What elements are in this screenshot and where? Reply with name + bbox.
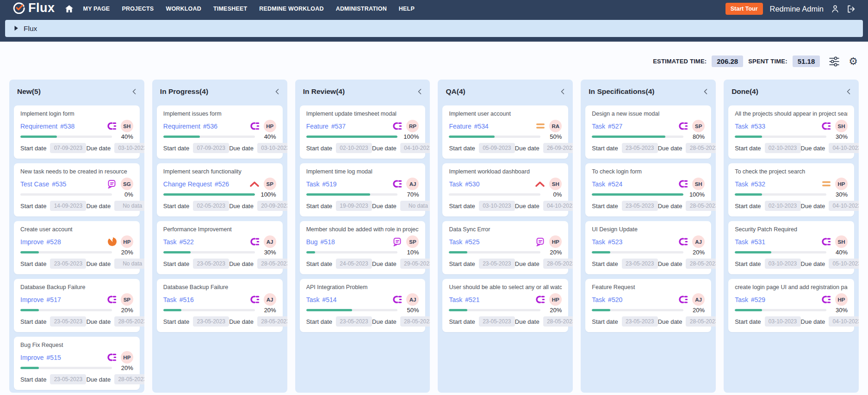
assignee-avatar[interactable]: AJ: [406, 293, 419, 306]
progress-bar: [163, 193, 255, 196]
issue-card[interactable]: Implement time log modal Task #519 AJ 70…: [300, 163, 426, 216]
nav-item-my-page[interactable]: MY PAGE: [83, 6, 110, 12]
issue-card[interactable]: Design a new issue modal Task #527 SP 80…: [585, 105, 711, 159]
issue-link[interactable]: Task #521: [449, 296, 479, 303]
assignee-avatar[interactable]: SH: [835, 120, 848, 132]
assignee-avatar[interactable]: HP: [835, 178, 848, 190]
issue-link[interactable]: Test Case #535: [20, 180, 66, 188]
issue-card[interactable]: Implement search functionality Change Re…: [157, 163, 283, 216]
issue-card[interactable]: Feature Request Task #520 AJ 20% Start d…: [585, 279, 711, 332]
home-icon[interactable]: [65, 5, 73, 12]
issue-card[interactable]: Implement workload dashboard Task #530 S…: [442, 163, 568, 216]
assignee-avatar[interactable]: HP: [121, 235, 133, 248]
issue-card[interactable]: To check login form Task #524 SH 100% St…: [585, 163, 711, 216]
assignee-avatar[interactable]: HP: [549, 293, 562, 306]
nav-item-redmine-workload[interactable]: REDMINE WORKLOAD: [259, 6, 323, 12]
assignee-avatar[interactable]: AJ: [692, 293, 705, 306]
issue-card[interactable]: Implement issues form Requirement #536 H…: [157, 105, 283, 159]
issue-link[interactable]: Task #523: [592, 238, 622, 246]
card-title: Implement search functionality: [163, 168, 276, 175]
issue-card[interactable]: User should be able to select any or all…: [442, 279, 568, 332]
nav-item-workload[interactable]: WORKLOAD: [166, 6, 201, 12]
user-icon[interactable]: [831, 4, 840, 13]
user-name[interactable]: Redmine Admin: [770, 5, 824, 13]
issue-link[interactable]: Task #525: [449, 238, 479, 246]
collapse-column-icon[interactable]: [274, 88, 280, 95]
issue-link[interactable]: Requirement #538: [20, 123, 74, 130]
assignee-avatar[interactable]: SH: [549, 178, 562, 190]
assignee-avatar[interactable]: HP: [121, 351, 133, 364]
issue-link[interactable]: Task #514: [306, 296, 337, 303]
issue-link[interactable]: Task #532: [735, 180, 765, 188]
issue-link[interactable]: Task #527: [592, 123, 622, 130]
assignee-avatar[interactable]: HP: [835, 293, 848, 306]
assignee-avatar[interactable]: SP: [264, 178, 276, 190]
issue-card[interactable]: All the projects should appear in projec…: [728, 105, 854, 159]
assignee-avatar[interactable]: SH: [835, 235, 848, 248]
issue-link[interactable]: Task #516: [163, 296, 194, 303]
assignee-avatar[interactable]: AJ: [264, 235, 276, 248]
assignee-avatar[interactable]: SP: [406, 235, 419, 248]
issue-link[interactable]: Feature #537: [306, 123, 346, 130]
assignee-avatar[interactable]: SH: [692, 178, 705, 190]
issue-card[interactable]: Implement login form Requirement #538 SH…: [14, 105, 140, 159]
collapse-column-icon[interactable]: [702, 88, 709, 95]
issue-card[interactable]: Bug Fix Request Improve #515 HP 20% Star…: [14, 337, 140, 390]
nav-item-timesheet[interactable]: TIMESHEET: [213, 6, 247, 12]
issue-link[interactable]: Improve #517: [20, 296, 61, 303]
assignee-avatar[interactable]: HP: [264, 120, 276, 132]
issue-card[interactable]: Database Backup Failure Improve #517 SP …: [14, 279, 140, 332]
start-tour-button[interactable]: Start Tour: [725, 3, 763, 15]
collapse-column-icon[interactable]: [559, 88, 566, 95]
assignee-avatar[interactable]: AJ: [264, 293, 276, 306]
issue-card[interactable]: Member should be added with role in proj…: [300, 221, 426, 274]
assignee-avatar[interactable]: RA: [549, 120, 562, 132]
logout-icon[interactable]: [847, 5, 856, 13]
issue-link[interactable]: Feature #534: [449, 123, 488, 130]
assignee-avatar[interactable]: SP: [121, 293, 133, 306]
flux-logo[interactable]: Flux: [13, 2, 55, 16]
issue-card[interactable]: create login page UI and add registratio…: [728, 279, 854, 332]
collapse-column-icon[interactable]: [845, 88, 852, 95]
nav-item-projects[interactable]: PROJECTS: [122, 6, 154, 12]
issue-link[interactable]: Improve #515: [20, 354, 61, 361]
issue-card[interactable]: Database Backup Failure Task #516 AJ 20%…: [157, 279, 283, 332]
issue-link[interactable]: Change Request #526: [163, 180, 229, 188]
issue-link[interactable]: Task #520: [592, 296, 622, 303]
nav-item-administration[interactable]: ADMINISTRATION: [336, 6, 387, 12]
assignee-avatar[interactable]: AJ: [692, 235, 705, 248]
issue-card[interactable]: UI Design Update Task #523 AJ 20% Start …: [585, 221, 711, 274]
assignee-avatar[interactable]: SP: [692, 120, 705, 132]
collapse-column-icon[interactable]: [416, 88, 423, 95]
settings-gear-icon[interactable]: ⚙: [849, 56, 858, 67]
issue-link[interactable]: Task #529: [735, 296, 765, 303]
issue-link[interactable]: Task #524: [592, 180, 622, 188]
issue-card[interactable]: Security Patch Required Task #531 SH 40%…: [728, 221, 854, 274]
assignee-avatar[interactable]: SG: [121, 178, 133, 190]
issue-card[interactable]: New task needs to be created in resource…: [14, 163, 140, 216]
issue-link[interactable]: Task #519: [306, 180, 337, 188]
issue-link[interactable]: Improve #528: [20, 238, 61, 246]
issue-card[interactable]: Implement user account Feature #534 RA 5…: [442, 105, 568, 159]
assignee-avatar[interactable]: SH: [121, 120, 133, 132]
issue-link[interactable]: Requirement #536: [163, 123, 217, 130]
issue-card[interactable]: Performance Improvement Task #522 AJ 30%…: [157, 221, 283, 274]
issue-link[interactable]: Task #533: [735, 123, 765, 130]
nav-item-help[interactable]: HELP: [399, 6, 415, 12]
issue-card[interactable]: API Integration Problem Task #514 AJ 50%…: [300, 279, 426, 332]
issue-link[interactable]: Task #531: [735, 238, 765, 246]
issue-link[interactable]: Task #522: [163, 238, 194, 246]
issue-card[interactable]: Implement update timesheet modal Feature…: [300, 105, 426, 159]
assignee-avatar[interactable]: RP: [406, 120, 419, 132]
assignee-avatar[interactable]: HP: [549, 235, 562, 248]
collapse-column-icon[interactable]: [131, 88, 137, 95]
breadcrumb[interactable]: Flux: [5, 20, 863, 37]
issue-link[interactable]: Task #530: [449, 180, 479, 188]
issue-card[interactable]: Data Sync Error Task #525 HP 20% Start d…: [442, 221, 568, 274]
issue-card[interactable]: To check the project search Task #532 HP…: [728, 163, 854, 216]
filter-icon[interactable]: [829, 56, 840, 67]
expand-arrow-icon[interactable]: [14, 25, 19, 33]
issue-card[interactable]: Create user account Improve #528 HP 20% …: [14, 221, 140, 274]
assignee-avatar[interactable]: AJ: [406, 178, 419, 190]
issue-link[interactable]: Bug #518: [306, 238, 335, 246]
